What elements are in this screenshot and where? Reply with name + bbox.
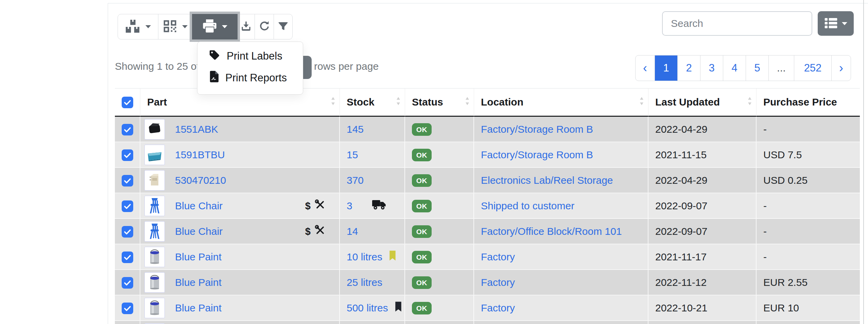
column-header-stock[interactable]: Stock [340, 88, 405, 117]
download-button[interactable] [237, 14, 255, 39]
row-checkbox[interactable] [122, 149, 133, 161]
rows-per-page-label: rows per page [314, 61, 379, 72]
window-edge-line [863, 0, 864, 324]
page-button-2[interactable]: 2 [677, 55, 700, 81]
row-checkbox[interactable] [122, 303, 133, 314]
purchase-price-cell: EUR 10 [757, 295, 860, 321]
stock-link[interactable]: 25 litres [347, 277, 382, 288]
page-button-3[interactable]: 3 [700, 55, 723, 81]
location-link[interactable]: Factory/Storage Room B [481, 124, 593, 135]
stock-link[interactable]: 10 litres [347, 251, 382, 263]
part-link[interactable]: Blue Chair [175, 226, 223, 237]
row-checkbox[interactable] [122, 124, 133, 135]
page-button-1[interactable]: 1 [655, 55, 677, 81]
menu-item-print-reports[interactable]: Print Reports [197, 67, 303, 89]
column-header-purchase-price[interactable]: Purchase Price [757, 88, 860, 117]
status-badge: OK [412, 174, 432, 187]
table-row: Blue Chair $ 14 OK Factory/Office Block/… [115, 219, 860, 244]
location-link[interactable]: Shipped to customer [481, 200, 574, 211]
last-updated-cell: 2022-10-21 [648, 295, 757, 321]
status-badge: OK [412, 149, 432, 161]
refresh-button[interactable] [255, 14, 274, 39]
row-checkbox[interactable] [122, 226, 133, 238]
search-input[interactable] [662, 11, 812, 36]
part-link[interactable]: Blue Chair [175, 200, 223, 212]
qrcode-icon [163, 19, 177, 34]
stock-link[interactable]: 370 [347, 175, 364, 186]
row-checkbox[interactable] [122, 175, 133, 187]
tag-icon [209, 49, 220, 63]
part-link[interactable]: 1591BTBU [175, 149, 225, 161]
stock-link[interactable]: 14 [347, 226, 358, 237]
page-next-button[interactable]: › [831, 55, 851, 81]
last-updated-cell: 2021-11-15 [648, 142, 757, 168]
part-thumbnail[interactable] [144, 221, 165, 242]
purchase-price-cell: - [757, 193, 860, 219]
column-header-last-updated[interactable]: Last Updated [648, 88, 757, 117]
part-thumbnail[interactable] [144, 119, 165, 140]
stock-table: Part Stock Status [115, 88, 860, 324]
stock-link[interactable]: 3 [347, 200, 352, 212]
last-updated-cell: 2022-09-07 [648, 219, 757, 244]
stock-link[interactable]: 500 litres [347, 302, 388, 314]
column-header-status[interactable]: Status [405, 88, 474, 117]
page-ellipsis: ... [768, 55, 794, 81]
row-checkbox[interactable] [122, 252, 133, 263]
part-link[interactable]: 530470210 [175, 175, 226, 186]
bookmark-dark-icon [394, 301, 402, 314]
menu-item-label: Print Reports [225, 72, 287, 84]
part-thumbnail[interactable] [144, 145, 165, 165]
dollar-icon: $ [305, 226, 311, 237]
chevron-down-icon [222, 25, 227, 28]
table-row: 1591BTBU 15 OK Factory/Storage Room B 20… [115, 142, 860, 168]
part-link[interactable]: 1551ABK [175, 124, 218, 135]
filter-button[interactable] [274, 14, 293, 39]
page-button-4[interactable]: 4 [723, 55, 746, 81]
stock-link[interactable]: 145 [347, 124, 364, 135]
dollar-icon: $ [305, 200, 311, 211]
part-link[interactable]: Blue Paint [175, 277, 222, 288]
select-all-checkbox[interactable] [122, 97, 133, 108]
barcode-actions-button[interactable] [158, 14, 192, 39]
table-row: 1551ABK 145 OK Factory/Storage Room B 20… [115, 117, 860, 142]
stock-tree-button[interactable] [118, 14, 158, 39]
part-thumbnail[interactable] [144, 170, 165, 191]
select-all-header [115, 88, 140, 117]
panel-top-border [108, 3, 868, 3]
part-thumbnail[interactable] [144, 196, 165, 216]
page-button-252[interactable]: 252 [794, 55, 831, 81]
menu-item-print-labels[interactable]: Print Labels [197, 45, 303, 67]
sort-icon [747, 96, 752, 108]
print-dropdown-menu: Print Labels Print Reports [197, 42, 303, 95]
sort-icon [396, 96, 401, 108]
purchase-price-cell: USD 7.5 [757, 142, 860, 168]
status-badge: OK [412, 225, 432, 238]
part-thumbnail[interactable] [144, 298, 165, 318]
location-link[interactable]: Electronics Lab/Reel Storage [481, 175, 613, 186]
column-header-location[interactable]: Location [474, 88, 648, 117]
page-button-5[interactable]: 5 [746, 55, 768, 81]
stock-tree-icon [125, 19, 141, 35]
menu-item-label: Print Labels [227, 50, 282, 62]
last-updated-cell: 2022-11-12 [648, 270, 757, 295]
part-link[interactable]: Blue Paint [175, 251, 222, 263]
location-link[interactable]: Factory/Office Block/Room 101 [481, 226, 622, 237]
filter-icon [278, 21, 288, 33]
page-prev-button[interactable]: ‹ [636, 55, 655, 81]
status-badge: OK [412, 123, 432, 136]
part-link[interactable]: Blue Paint [175, 302, 222, 314]
part-thumbnail[interactable] [144, 247, 165, 267]
tools-icon [315, 199, 326, 212]
purchase-price-cell: - [757, 117, 860, 142]
part-thumbnail[interactable] [144, 272, 165, 293]
location-link[interactable]: Factory [481, 251, 515, 262]
print-actions-button[interactable] [192, 14, 238, 39]
location-link[interactable]: Factory [481, 277, 515, 288]
location-link[interactable]: Factory/Storage Room B [481, 149, 593, 160]
row-checkbox[interactable] [122, 277, 133, 289]
stock-link[interactable]: 15 [347, 149, 358, 161]
columns-button[interactable] [818, 11, 854, 36]
location-link[interactable]: Factory [481, 302, 515, 313]
sort-icon [331, 96, 335, 108]
row-checkbox[interactable] [122, 200, 133, 212]
